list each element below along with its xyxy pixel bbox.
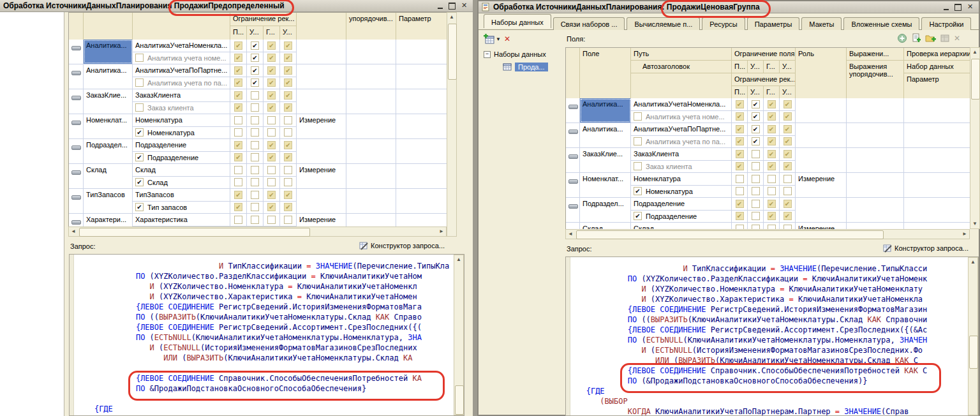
- table-row[interactable]: ЗаказКлие...ЗаказКлиентаЗаказ клиента✔✔✔…: [69, 89, 447, 114]
- autoheader-checkbox[interactable]: [135, 103, 144, 112]
- restriction-checkbox[interactable]: ✔: [752, 112, 760, 121]
- restriction-checkbox[interactable]: ✔: [267, 91, 276, 100]
- field-cell[interactable]: Аналитика...: [84, 64, 133, 89]
- restriction-checkbox[interactable]: [783, 187, 792, 195]
- drag-handle-icon[interactable]: [568, 130, 578, 134]
- add-icon[interactable]: [897, 33, 907, 43]
- restriction-checkbox[interactable]: [234, 166, 242, 174]
- restriction-checkbox[interactable]: ✔: [284, 153, 292, 161]
- restriction-checkbox[interactable]: [783, 175, 792, 183]
- query-builder-link[interactable]: Конструктор запроса...: [359, 241, 445, 250]
- restriction-checkbox[interactable]: ✔: [736, 125, 744, 133]
- restriction-checkbox[interactable]: [251, 103, 259, 112]
- restriction-checkbox[interactable]: ✔: [783, 137, 792, 145]
- drag-handle-icon[interactable]: [71, 170, 81, 175]
- titlebar[interactable]: Обработка ИсточникиДанныхПланирования Пр…: [0, 0, 473, 12]
- restriction-checkbox[interactable]: [251, 141, 259, 149]
- restriction-checkbox[interactable]: [234, 116, 242, 124]
- path-cell[interactable]: АналитикаУчетаНоменкла...: [631, 98, 732, 110]
- path-cell[interactable]: ЗаказКлиента: [133, 89, 230, 101]
- tree-node-datasets[interactable]: − Наборы данных: [484, 50, 546, 58]
- restriction-checkbox[interactable]: [284, 128, 292, 137]
- field-cell[interactable]: Характери...: [84, 214, 133, 227]
- field-cell[interactable]: Номенклат...: [580, 173, 631, 197]
- restriction-checkbox[interactable]: [267, 116, 276, 124]
- collapse-icon[interactable]: −: [484, 51, 491, 58]
- restriction-checkbox[interactable]: [284, 216, 292, 224]
- tab-5[interactable]: Параметры: [747, 17, 800, 30]
- field-cell[interactable]: Аналитика...: [84, 40, 133, 64]
- restriction-checkbox[interactable]: ✔: [736, 150, 744, 158]
- drag-handle-icon[interactable]: [71, 71, 81, 75]
- restriction-checkbox[interactable]: ✔: [284, 54, 292, 62]
- field-cell[interactable]: Склад: [84, 164, 133, 188]
- restriction-checkbox[interactable]: [752, 150, 760, 158]
- tab-4[interactable]: Ресурсы: [702, 17, 745, 30]
- path-cell[interactable]: АналитикаУчетаПоПартне...: [631, 123, 732, 135]
- restriction-checkbox[interactable]: ✔: [251, 66, 259, 75]
- restriction-checkbox[interactable]: ✔: [783, 150, 792, 158]
- restriction-checkbox[interactable]: [251, 166, 259, 174]
- restriction-checkbox[interactable]: [752, 225, 760, 229]
- restriction-checkbox[interactable]: [267, 128, 276, 137]
- field-cell[interactable]: Номенклат...: [84, 114, 133, 138]
- restriction-checkbox[interactable]: ✔: [234, 203, 242, 211]
- drag-handle-icon[interactable]: [71, 220, 81, 225]
- restriction-checkbox[interactable]: [752, 175, 760, 183]
- restriction-checkbox[interactable]: ✔: [267, 153, 276, 161]
- autoheader-checkbox[interactable]: [634, 137, 642, 145]
- field-cell[interactable]: Склад: [580, 223, 631, 229]
- restriction-checkbox[interactable]: ✔: [768, 137, 776, 145]
- restriction-checkbox[interactable]: ✔: [234, 153, 242, 161]
- path-cell[interactable]: Склад: [631, 223, 732, 229]
- restriction-checkbox[interactable]: [736, 225, 744, 229]
- restriction-checkbox[interactable]: ✔: [267, 203, 276, 211]
- restriction-checkbox[interactable]: ✔: [234, 91, 242, 100]
- restriction-checkbox[interactable]: [768, 175, 776, 183]
- autoheader-checkbox[interactable]: [634, 162, 642, 170]
- restriction-checkbox[interactable]: ✔: [768, 162, 776, 170]
- restriction-checkbox[interactable]: [752, 187, 760, 195]
- query-editor[interactable]: И ТипКлассификации = ЗНАЧЕНИЕ(Перечислен…: [565, 256, 979, 416]
- restriction-checkbox[interactable]: [752, 212, 760, 220]
- restriction-checkbox[interactable]: ✔: [267, 103, 276, 112]
- restriction-checkbox[interactable]: ✔: [267, 78, 276, 87]
- restriction-checkbox[interactable]: [736, 187, 744, 195]
- restriction-checkbox[interactable]: [752, 162, 760, 170]
- table-row[interactable]: Номенклат...Номенклатура✔НоменклатураИзм…: [566, 173, 970, 198]
- drag-handle-icon[interactable]: [568, 179, 578, 184]
- restriction-checkbox[interactable]: ✔: [752, 100, 760, 108]
- table-row[interactable]: ЗаказКлие...ЗаказКлиентаЗаказ клиента✔✔✔…: [566, 148, 970, 173]
- scroll-left-icon[interactable]: ◄: [566, 230, 575, 239]
- horizontal-scrollbar[interactable]: ◄ ►: [565, 229, 970, 239]
- restriction-checkbox[interactable]: [234, 178, 242, 186]
- restriction-checkbox[interactable]: ✔: [251, 78, 259, 87]
- restriction-checkbox[interactable]: ✔: [234, 103, 242, 112]
- restriction-checkbox[interactable]: ✔: [234, 54, 242, 62]
- restriction-checkbox[interactable]: ✔: [251, 54, 259, 62]
- table-row[interactable]: Подраздел...Подразделение✔Подразделение✔…: [69, 139, 447, 164]
- restriction-checkbox[interactable]: ✔: [768, 212, 776, 220]
- restriction-checkbox[interactable]: [768, 225, 776, 229]
- field-cell[interactable]: ЗаказКлие...: [580, 148, 631, 172]
- path-cell[interactable]: Номенклатура: [631, 173, 732, 185]
- restriction-checkbox[interactable]: ✔: [736, 162, 744, 170]
- tab-1[interactable]: Наборы данных: [484, 14, 551, 28]
- path-cell[interactable]: АналитикаУчетаПоПартне...: [133, 64, 230, 77]
- scroll-left-icon[interactable]: ◄: [69, 227, 78, 236]
- restriction-checkbox[interactable]: ✔: [234, 191, 242, 199]
- add-group-folder-icon[interactable]: [925, 33, 936, 43]
- tab-3[interactable]: Вычисляемые п...: [627, 17, 700, 30]
- restriction-checkbox[interactable]: [251, 191, 259, 199]
- restriction-checkbox[interactable]: ✔: [267, 41, 276, 50]
- path-cell[interactable]: Характеристика: [133, 214, 230, 226]
- table-row[interactable]: Номенклат...Номенклатура✔НоменклатураИзм…: [69, 114, 447, 139]
- table-row[interactable]: Аналитика...АналитикаУчетаПоПартне...Ана…: [566, 123, 970, 148]
- field-cell[interactable]: Аналитика...: [580, 98, 631, 123]
- table-row[interactable]: Подраздел...Подразделение✔Подразделение✔…: [566, 198, 970, 223]
- restriction-checkbox[interactable]: ✔: [234, 66, 242, 75]
- restriction-checkbox[interactable]: ✔: [267, 141, 276, 149]
- minimize-button[interactable]: [940, 3, 951, 11]
- vertical-scrollbar[interactable]: ▲ ▼: [970, 47, 980, 229]
- restriction-checkbox[interactable]: ✔: [768, 100, 776, 108]
